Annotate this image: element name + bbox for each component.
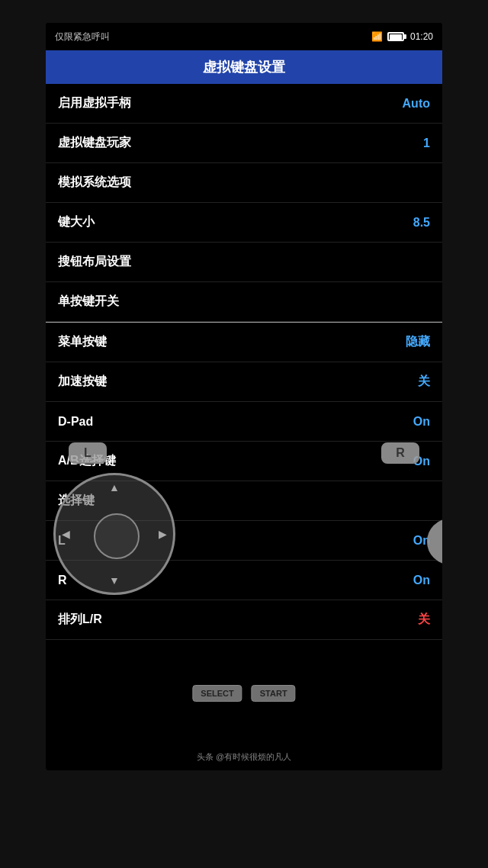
setting-label-system-options: 模拟系统选项 [58, 175, 131, 191]
setting-row-single-key[interactable]: 单按键开关 [46, 282, 442, 322]
battery-icon [387, 32, 404, 41]
watermark: 头条 @有时候很烦的凡人 [197, 751, 291, 763]
setting-label-dpad: D-Pad [58, 415, 93, 429]
setting-label-single-key: 单按键开关 [58, 294, 119, 310]
page-title: 虚拟键盘设置 [203, 59, 285, 75]
setting-row-ab[interactable]: A/B选择键 On [46, 442, 442, 481]
phone-frame: 仅限紧急呼叫 📶 01:20 虚拟键盘设置 启用虚拟手柄 Auto [0, 0, 488, 868]
setting-row-menu-key[interactable]: 菜单按键 隐藏 [46, 323, 442, 362]
select-start-row: SELECT START [192, 685, 295, 702]
status-emergency: 仅限紧急呼叫 [55, 31, 110, 43]
btn-start[interactable]: START [252, 685, 296, 702]
setting-row-key-size[interactable]: 键大小 8.5 [46, 203, 442, 243]
setting-label-layout: 搜钮布局设置 [58, 254, 131, 270]
setting-value-r: On [413, 574, 430, 587]
status-bar: 仅限紧急呼叫 📶 01:20 [46, 23, 442, 50]
title-bar: 虚拟键盘设置 [46, 50, 442, 84]
setting-value-ab: On [413, 455, 430, 468]
btn-start-label: START [260, 689, 287, 698]
setting-label-menu-key: 菜单按键 [58, 334, 107, 350]
setting-row-lr-order[interactable]: 排列L/R 关 [46, 600, 442, 640]
wifi-icon: 📶 [371, 31, 383, 42]
setting-label-accel-key: 加速按键 [58, 374, 107, 390]
settings-list: 启用虚拟手柄 Auto 虚拟键盘玩家 1 模拟系统选项 键大小 8.5 [46, 84, 442, 640]
setting-value-enable-gamepad: Auto [403, 97, 430, 111]
phone-screen: 仅限紧急呼叫 📶 01:20 虚拟键盘设置 启用虚拟手柄 Auto [46, 23, 442, 770]
status-time: 01:20 [410, 31, 433, 42]
setting-row-dpad[interactable]: D-Pad On [46, 402, 442, 442]
setting-row-accel-key[interactable]: 加速按键 关 [46, 362, 442, 402]
setting-value-dpad: On [413, 415, 430, 429]
setting-value-player: 1 [423, 137, 430, 150]
setting-label-ab: A/B选择键 [58, 453, 116, 469]
setting-label-select-key: 选择键 [58, 493, 95, 509]
setting-value-menu-key: 隐藏 [406, 334, 430, 350]
setting-row-r[interactable]: R On [46, 561, 442, 600]
setting-row-system-options[interactable]: 模拟系统选项 [46, 163, 442, 203]
setting-row-l[interactable]: L On [46, 521, 442, 561]
setting-value-accel-key: 关 [418, 374, 430, 390]
setting-row-enable-gamepad[interactable]: 启用虚拟手柄 Auto [46, 84, 442, 124]
setting-label-enable-gamepad: 启用虚拟手柄 [58, 95, 131, 111]
setting-label-player: 虚拟键盘玩家 [58, 135, 131, 151]
setting-value-key-size: 8.5 [413, 216, 430, 230]
btn-select-label: SELECT [201, 689, 233, 698]
setting-label-l: L [58, 534, 66, 548]
setting-row-layout[interactable]: 搜钮布局设置 [46, 243, 442, 282]
settings-container: 虚拟键盘设置 启用虚拟手柄 Auto 虚拟键盘玩家 1 模拟系统选项 [46, 50, 442, 640]
btn-select[interactable]: SELECT [192, 685, 242, 702]
setting-value-lr-order: 关 [418, 612, 430, 628]
setting-row-player[interactable]: 虚拟键盘玩家 1 [46, 124, 442, 163]
setting-row-select-key[interactable]: 选择键 [46, 481, 442, 521]
setting-label-r: R [58, 574, 67, 587]
setting-value-l: On [413, 534, 430, 548]
setting-label-key-size: 键大小 [58, 214, 95, 230]
setting-label-lr-order: 排列L/R [58, 612, 102, 628]
status-right-group: 📶 01:20 [371, 31, 433, 42]
